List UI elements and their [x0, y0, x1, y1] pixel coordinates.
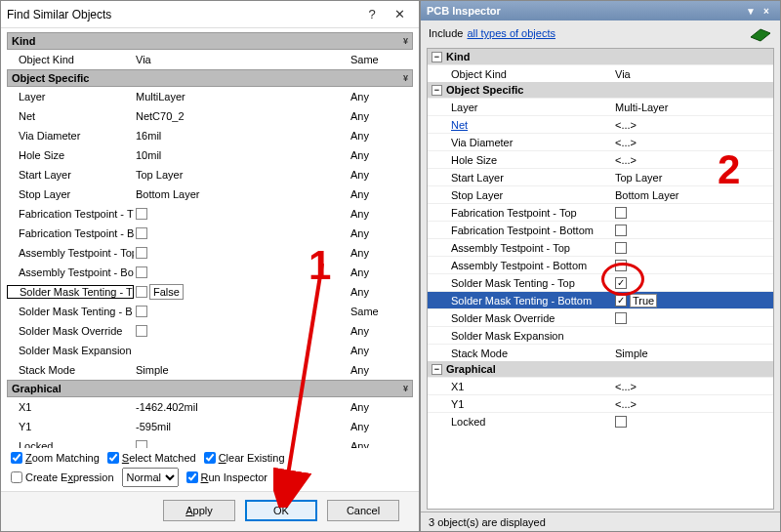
row-sm-override[interactable]: Solder Mask Override Any [7, 321, 413, 341]
prow-sm-override[interactable]: Solder Mask Override [428, 308, 773, 326]
run-inspector-checkbox[interactable]: Run Inspector [186, 471, 268, 483]
collapse-icon[interactable]: − [432, 364, 442, 375]
prop-match[interactable]: Same [347, 306, 413, 317]
row-stack-mode[interactable]: Stack Mode Simple Any [7, 360, 413, 380]
checkbox[interactable] [615, 225, 627, 236]
prop-match[interactable]: Any [347, 110, 413, 122]
prow-fab-tp-top[interactable]: Fabrication Testpoint - Top [428, 203, 773, 221]
value-editor[interactable]: False [149, 284, 184, 300]
prop-value[interactable]: -1462.402mil [134, 401, 347, 413]
prop-match[interactable]: Any [347, 286, 413, 298]
checkbox[interactable] [615, 312, 627, 324]
checkbox[interactable] [136, 306, 147, 317]
help-button[interactable]: ? [358, 4, 386, 25]
prop-value[interactable]: MultiLayer [134, 91, 347, 102]
prop-value[interactable] [613, 416, 773, 428]
prow-hole-size[interactable]: Hole Size<...> [428, 150, 773, 168]
checkbox[interactable] [136, 440, 147, 448]
apply-button[interactable]: Apply [163, 500, 235, 521]
prop-value[interactable] [134, 227, 347, 239]
prow-asm-tp-bot[interactable]: Assembly Testpoint - Bottom [428, 256, 773, 273]
prop-match[interactable]: Any [347, 208, 413, 220]
row-x1[interactable]: X1 -1462.402mil Any [7, 397, 413, 417]
prop-value[interactable]: <...> [613, 381, 773, 392]
cancel-button[interactable]: Cancel [327, 500, 399, 521]
prop-match[interactable]: Any [347, 227, 413, 239]
prop-value[interactable]: Bottom Layer [134, 188, 347, 200]
prop-value[interactable] [134, 208, 347, 220]
checkbox[interactable] [136, 247, 147, 259]
prop-value[interactable] [613, 260, 773, 271]
prop-value[interactable]: Via [134, 54, 347, 65]
prop-value[interactable]: Multi-Layer [613, 102, 773, 113]
prop-match[interactable]: Any [347, 188, 413, 200]
prop-value[interactable] [613, 225, 773, 236]
prop-value[interactable]: ✓True [613, 294, 773, 307]
prop-match[interactable]: Any [347, 247, 413, 259]
prow-fab-tp-bot[interactable]: Fabrication Testpoint - Bottom [428, 221, 773, 238]
prop-match[interactable]: Any [347, 364, 413, 376]
zoom-matching-checkbox[interactable]: Zoom Matching [11, 452, 100, 464]
prop-value[interactable]: 10mil [134, 149, 347, 161]
prop-value[interactable]: <...> [613, 154, 773, 166]
row-start-layer[interactable]: Start Layer Top Layer Any [7, 165, 413, 184]
prop-value[interactable]: <...> [613, 137, 773, 148]
checkbox[interactable] [136, 227, 147, 239]
section-kind[interactable]: Kind ¥ [7, 32, 413, 50]
create-expression-checkbox[interactable]: Create Expression [11, 471, 114, 483]
prop-match[interactable]: Same [347, 54, 413, 65]
checkbox[interactable] [615, 260, 627, 271]
prop-value[interactable] [134, 266, 347, 278]
prop-match[interactable]: Any [347, 91, 413, 102]
checkbox[interactable]: ✓ [615, 277, 627, 289]
checkbox[interactable] [136, 208, 147, 220]
prow-net[interactable]: Net<...> [428, 115, 773, 133]
prop-value[interactable]: <...> [613, 119, 773, 131]
row-hole-size[interactable]: Hole Size 10mil Any [7, 145, 413, 165]
row-object-kind[interactable]: Object Kind Via Same [7, 50, 413, 69]
select-matched-checkbox[interactable]: Select Matched [107, 452, 196, 464]
prop-value[interactable] [134, 440, 347, 448]
prop-value[interactable] [613, 242, 773, 254]
row-fab-tp-top[interactable]: Fabrication Testpoint - T Any [7, 204, 413, 224]
prop-value[interactable]: Simple [134, 364, 347, 376]
prop-value[interactable]: Top Layer [134, 169, 347, 181]
psection-graphical[interactable]: −Graphical [428, 361, 773, 377]
prop-value[interactable]: NetC70_2 [134, 110, 347, 122]
prop-value[interactable]: ✓ [613, 277, 773, 289]
row-sm-expansion[interactable]: Solder Mask Expansion Any [7, 341, 413, 360]
panel-dropdown-icon[interactable]: ▼ [743, 6, 759, 17]
prop-value[interactable]: Top Layer [613, 172, 773, 184]
psection-object-specific[interactable]: −Object Specific [428, 82, 773, 98]
prop-match[interactable]: Any [347, 266, 413, 278]
prop-match[interactable]: Any [347, 421, 413, 432]
prop-value[interactable] [134, 247, 347, 259]
row-y1[interactable]: Y1 -595mil Any [7, 417, 413, 436]
prow-smt-top[interactable]: Solder Mask Tenting - Top✓ [428, 273, 773, 291]
prow-smt-bot[interactable]: Solder Mask Tenting - Bottom✓True [428, 291, 773, 308]
row-asm-tp-top[interactable]: Assembly Testpoint - Top Any [7, 243, 413, 263]
prop-match[interactable]: Any [347, 401, 413, 413]
prop-value[interactable]: Bottom Layer [613, 189, 773, 201]
prow-asm-tp-top[interactable]: Assembly Testpoint - Top [428, 238, 773, 256]
prow-y1[interactable]: Y1<...> [428, 394, 773, 412]
prop-value[interactable]: Via [613, 68, 773, 80]
ok-button[interactable]: OK [245, 500, 317, 521]
row-smt-top[interactable]: Solder Mask Tenting - T False Any [7, 282, 413, 302]
prop-value[interactable]: 16mil [134, 130, 347, 142]
prow-object-kind[interactable]: Object Kind Via [428, 64, 773, 82]
collapse-icon[interactable]: − [432, 52, 442, 62]
prop-match[interactable]: Any [347, 345, 413, 356]
checkbox[interactable]: ✓ [615, 295, 627, 307]
prop-match[interactable]: Any [347, 149, 413, 161]
row-fab-tp-bot[interactable]: Fabrication Testpoint - B Any [7, 224, 413, 243]
row-stop-layer[interactable]: Stop Layer Bottom Layer Any [7, 184, 413, 204]
prop-value[interactable] [134, 306, 347, 317]
psection-kind[interactable]: −Kind [428, 49, 773, 64]
row-via-diameter[interactable]: Via Diameter 16mil Any [7, 126, 413, 145]
checkbox[interactable] [136, 325, 147, 337]
prop-match[interactable]: Any [347, 130, 413, 142]
prop-value[interactable] [613, 207, 773, 219]
close-button[interactable]: ✕ [386, 4, 413, 25]
checkbox[interactable] [136, 266, 147, 278]
